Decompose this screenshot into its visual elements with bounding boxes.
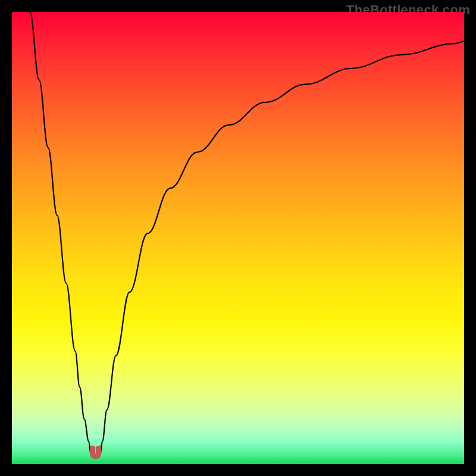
curve-svg — [12, 12, 464, 464]
chart-frame: TheBottleneck.com — [0, 0, 476, 476]
plot-area — [12, 12, 464, 464]
curve-left-branch — [30, 12, 91, 455]
optimal-point-marker — [90, 446, 101, 459]
curve-right-branch — [100, 41, 464, 455]
